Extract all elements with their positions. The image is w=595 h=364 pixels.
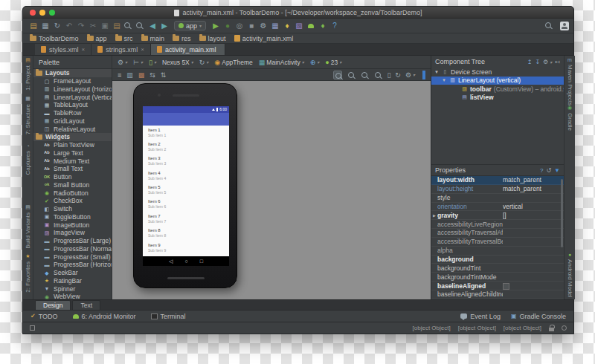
help-icon[interactable]: ?	[329, 21, 341, 31]
palette-item[interactable]: ▬ TableRow	[33, 109, 112, 117]
palette-item[interactable]: OK Button	[33, 173, 112, 181]
search-everywhere-icon[interactable]	[544, 21, 556, 31]
tree-settings-icon[interactable]: ⚙ ▾	[543, 57, 552, 66]
expand-all-icon[interactable]: ↥	[527, 57, 533, 66]
tool-button-maven-projects[interactable]: m Maven Projects	[565, 57, 575, 105]
swap-orientation-icon[interactable]: ⇆	[149, 71, 155, 79]
gradle-console-button[interactable]: ▣ Gradle Console	[511, 313, 566, 320]
palette-item[interactable]: ▦ TableLayout	[33, 101, 112, 109]
breadcrumb-item[interactable]: src	[115, 35, 133, 42]
zoom-in-icon[interactable]	[360, 71, 369, 79]
splitter-handle[interactable]	[422, 71, 425, 79]
redo-icon[interactable]: ↷	[75, 21, 87, 31]
designer-gear-icon[interactable]: ⚙ ▾	[405, 71, 415, 79]
property-row[interactable]: style	[431, 194, 564, 203]
breadcrumb-item[interactable]: ToolbarDemo	[30, 35, 79, 42]
coverage-icon[interactable]: ◎	[234, 21, 245, 31]
expand-arrow-icon[interactable]: ▼	[442, 78, 447, 82]
property-value[interactable]: match_parent	[503, 176, 558, 183]
palette-section-layouts[interactable]: Layouts	[33, 69, 112, 77]
palette-section-widgets[interactable]: Widgets	[33, 133, 112, 141]
palette-item[interactable]: ▢ FrameLayout	[33, 77, 112, 85]
property-value[interactable]: []	[503, 212, 558, 219]
refresh-layout-icon[interactable]: ↻	[395, 71, 401, 79]
editor-tab[interactable]: activity_main.xml	[151, 44, 226, 55]
palette-item[interactable]: Ab Large Text	[33, 149, 112, 157]
gradle-sync-icon[interactable]: ♦	[317, 21, 329, 31]
palette-item[interactable]: ▥ LinearLayout (Horizontal)	[33, 85, 112, 94]
breadcrumb-item[interactable]: layout	[199, 35, 226, 42]
hide-panel-icon[interactable]: ↤	[555, 57, 560, 66]
terminal-button[interactable]: Terminal	[151, 313, 186, 320]
forward-icon[interactable]: ▶	[158, 21, 170, 31]
cut-icon[interactable]: ✂	[87, 21, 99, 31]
activity-selector[interactable]: ▦ MainActivity ▾	[259, 58, 304, 67]
paste-icon[interactable]: ▤	[111, 21, 123, 31]
close-tab-icon[interactable]: ×	[141, 46, 144, 53]
zoom-out-icon[interactable]	[373, 71, 382, 79]
zoom-actual-icon[interactable]	[347, 71, 356, 79]
expand-arrow-icon[interactable]: ▼	[434, 70, 440, 74]
undo-icon[interactable]: ↶	[63, 21, 75, 31]
titlebar[interactable]: activity_main.xml - ToolbarDemo - [~/Dev…	[23, 7, 573, 19]
palette-item[interactable]: ▦ GridLayout	[33, 117, 112, 126]
preview-icon[interactable]: ▯	[387, 71, 390, 79]
editor-tab[interactable]: styles.xml ×	[35, 44, 91, 55]
palette-item[interactable]: ▬ ProgressBar (Normal)	[33, 245, 112, 253]
breadcrumb-item[interactable]: app	[87, 35, 107, 42]
swap-size-icon[interactable]: ⇅	[161, 71, 167, 79]
palette-item[interactable]: ◧ Switch	[33, 205, 112, 213]
designer-config-icon[interactable]: ⊢ ▾	[133, 58, 143, 67]
todo-button[interactable]: ✔ TODO	[30, 313, 58, 320]
property-row[interactable]: layout:width match_parent	[431, 176, 564, 185]
device-selector[interactable]: Nexus 5X ▾	[162, 58, 193, 67]
properties-help-icon[interactable]: ?	[540, 166, 543, 175]
expand-arrow-icon[interactable]: ▶	[431, 213, 437, 218]
theme-selector[interactable]: ◉ AppTheme	[214, 58, 252, 67]
tool-button-favorites[interactable]: ★ 2: Favorites	[23, 253, 33, 293]
property-row[interactable]: baselineAlignedChildInd	[431, 290, 564, 299]
palette-item[interactable]: ▬ ProgressBar (Large)	[33, 237, 112, 245]
breadcrumb-item[interactable]: main	[141, 35, 165, 42]
filter-icon[interactable]: ▼	[554, 166, 560, 175]
property-row[interactable]: accessibilityTraversalAft	[431, 229, 564, 238]
save-all-icon[interactable]: ▦	[39, 21, 51, 31]
toolwindow-toggle-icon[interactable]	[30, 325, 35, 331]
lock-icon[interactable]	[549, 328, 554, 331]
property-row[interactable]: ▶ gravity []	[431, 211, 564, 220]
palette-item[interactable]: Ab Plain TextView	[33, 141, 112, 149]
settings-icon[interactable]: ⚙	[257, 21, 269, 31]
back-icon[interactable]: ◀	[147, 21, 158, 31]
palette-item[interactable]: ▣ ToggleButton	[33, 213, 112, 221]
memory-indicator-icon[interactable]	[562, 325, 567, 331]
palette-item[interactable]: ▤ LinearLayout (Vertical)	[33, 93, 112, 101]
collapse-all-icon[interactable]: ↧	[535, 57, 540, 66]
view-mode-icon[interactable]: ≡	[118, 71, 121, 79]
component-tree-node[interactable]: ▨ toolbar (CustomView) – android.support…	[431, 85, 564, 94]
designer-settings-icon[interactable]: ⚙ ▾	[118, 58, 127, 67]
property-value[interactable]	[503, 282, 558, 289]
inspector-icon[interactable]: ♦	[281, 21, 293, 31]
find-icon[interactable]	[123, 21, 135, 31]
palette-item[interactable]: ◆ SeekBar	[33, 269, 112, 277]
tab-text[interactable]: Text	[72, 300, 100, 310]
design-surface[interactable]: 6:00 Item 1 Sub Item 1	[112, 81, 431, 299]
component-tree-node[interactable]: ▼ ▥ LinearLayout (vertical)	[431, 77, 564, 85]
user-avatar-icon[interactable]	[560, 22, 569, 30]
property-row[interactable]: backgroundTint	[431, 264, 564, 273]
palette-item[interactable]: ▬ ProgressBar (Horizontal)	[33, 261, 112, 269]
android-monitor-button[interactable]: 6: Android Monitor	[73, 313, 136, 320]
debug-icon[interactable]: ●	[222, 21, 234, 31]
property-row[interactable]: baselineAligned	[431, 282, 564, 290]
orientation-icon[interactable]: ↻ ▾	[199, 58, 209, 67]
property-value[interactable]: vertical	[503, 203, 558, 210]
capture-icon[interactable]: ▧	[293, 21, 305, 31]
component-tree-node[interactable]: ▼ ▯ Device Screen	[431, 68, 564, 77]
reset-property-icon[interactable]: ↺	[546, 166, 551, 175]
tool-button-captures[interactable]: ◔ Captures	[23, 143, 33, 175]
palette-item[interactable]: ✔ CheckBox	[33, 197, 112, 205]
copy-icon[interactable]: ▣	[99, 21, 111, 31]
tool-button-build-variants[interactable]: ▤ Build Variants	[23, 204, 33, 249]
palette-item[interactable]: ▬ ProgressBar (Small)	[33, 253, 112, 261]
tool-button-android-model[interactable]: ● Android Model	[565, 252, 575, 298]
